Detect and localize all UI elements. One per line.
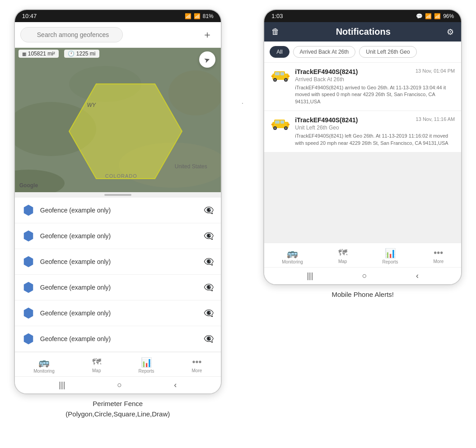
right-recent-apps-icon[interactable]: ||| — [307, 271, 313, 281]
map-label-us: United States — [175, 163, 207, 170]
google-logo: Google — [19, 182, 38, 189]
right-nav-more[interactable]: ••• More — [429, 247, 447, 265]
right-status-bar: 1:03 💬 📶 📶 96% — [264, 10, 461, 22]
svg-rect-20 — [271, 75, 274, 77]
geofence-name-3: Geofence (example only) — [40, 284, 198, 291]
right-more-icon: ••• — [434, 248, 443, 258]
nav-map[interactable]: 🗺 Map — [89, 356, 105, 374]
right-nav-map[interactable]: 🗺 Map — [335, 247, 351, 265]
nav-reports[interactable]: 📊 Reports — [135, 356, 158, 374]
notification-item-1[interactable]: iTrackEF4940S(8241) 13 Nov, 01:04 PM Arr… — [264, 63, 461, 111]
visibility-icon-2[interactable]: 👁‍🗨 — [204, 257, 214, 267]
car-icon-2 — [271, 116, 290, 131]
visibility-icon-1[interactable]: 👁‍🗨 — [204, 231, 214, 241]
map-stat-area: ▦ 105821 mi² — [19, 50, 59, 58]
notif-top-2: iTrackEF4940S(8241) 13 Nov, 11:16 AM — [295, 116, 455, 124]
right-map-label: Map — [338, 259, 347, 264]
left-phone: 10:47 📶 📶 81% 🔍 ＋ — [14, 9, 222, 394]
clock-icon: 🕐 — [68, 51, 75, 57]
geofence-icon-3 — [22, 281, 35, 294]
add-geofence-button[interactable]: ＋ — [199, 27, 215, 43]
left-status-bar: 10:47 📶 📶 81% — [15, 10, 221, 22]
right-caption: Mobile Phone Alerts! — [331, 290, 394, 300]
right-nav-reports[interactable]: 📊 Reports — [379, 247, 402, 265]
right-time: 1:03 — [271, 13, 283, 19]
notif-time-2: 13 Nov, 11:16 AM — [416, 116, 455, 122]
notification-list: iTrackEF4940S(8241) 13 Nov, 01:04 PM Arr… — [264, 63, 461, 243]
geofence-item-4[interactable]: Geofence (example only) 👁‍🗨 — [15, 300, 221, 326]
car-icon-1 — [271, 68, 290, 83]
separator: · — [240, 9, 245, 107]
notif-time-1: 13 Nov, 01:04 PM — [415, 68, 455, 74]
notification-item-2[interactable]: iTrackEF4940S(8241) 13 Nov, 11:16 AM Uni… — [264, 111, 461, 152]
notif-device-2: iTrackEF4940S(8241) — [295, 116, 358, 124]
filter-left[interactable]: Unit Left 26th Geo — [359, 46, 416, 58]
right-bottom-nav: 🚌 Monitoring 🗺 Map 📊 Reports ••• More — [264, 243, 461, 267]
svg-rect-31 — [287, 124, 289, 125]
back-icon[interactable]: ‹ — [174, 380, 177, 390]
svg-rect-30 — [271, 124, 274, 125]
right-map-icon: 🗺 — [338, 248, 347, 258]
geofence-icon-4 — [22, 307, 35, 319]
delete-button[interactable]: 🗑 — [271, 27, 280, 37]
visibility-icon-0[interactable]: 👁‍🗨 — [204, 205, 214, 215]
right-nav-monitoring[interactable]: 🚌 Monitoring — [278, 247, 307, 265]
svg-marker-6 — [23, 205, 33, 216]
geofence-item-0[interactable]: Geofence (example only) 👁‍🗨 — [15, 198, 221, 223]
geofence-icon-2 — [22, 255, 35, 268]
svg-marker-8 — [23, 256, 33, 267]
svg-rect-25 — [280, 120, 284, 124]
right-home-icon[interactable]: ○ — [362, 271, 367, 281]
geofence-item-1[interactable]: Geofence (example only) 👁‍🗨 — [15, 223, 221, 249]
notifications-title: Notifications — [285, 27, 441, 37]
geofence-icon-0 — [22, 204, 35, 217]
recent-apps-icon[interactable]: ||| — [59, 380, 65, 390]
right-back-icon[interactable]: ‹ — [416, 271, 419, 281]
visibility-icon-3[interactable]: 👁‍🗨 — [204, 282, 214, 292]
more-icon: ••• — [192, 357, 201, 367]
filter-all[interactable]: All — [270, 46, 289, 58]
svg-point-17 — [274, 79, 276, 81]
home-icon[interactable]: ○ — [117, 380, 122, 390]
filter-arrived[interactable]: Arrived Back At 26th — [293, 46, 356, 58]
right-reports-icon: 📊 — [385, 248, 396, 259]
scroll-bar — [104, 194, 131, 196]
geofence-item-3[interactable]: Geofence (example only) 👁‍🗨 — [15, 275, 221, 300]
right-wifi-icon: 📶 — [425, 13, 432, 19]
right-monitoring-icon: 🚌 — [287, 248, 298, 259]
monitoring-icon: 🚌 — [38, 357, 50, 368]
right-reports-label: Reports — [383, 259, 398, 264]
compass-icon: ➤ — [203, 55, 211, 65]
nav-more[interactable]: ••• More — [188, 356, 205, 374]
geofence-name-5: Geofence (example only) — [40, 335, 198, 342]
svg-marker-11 — [23, 333, 33, 344]
map-label-co: COLORADO — [105, 173, 137, 179]
left-bottom-nav: 🚌 Monitoring 🗺 Map 📊 Reports ••• More — [15, 352, 221, 376]
svg-marker-10 — [23, 308, 33, 319]
geofence-name-1: Geofence (example only) — [40, 232, 198, 240]
geofence-search-input[interactable] — [20, 27, 123, 42]
right-gesture-bar: ||| ○ ‹ — [264, 267, 461, 284]
geofence-icon-1 — [22, 230, 35, 242]
settings-button[interactable]: ⚙ — [447, 27, 454, 37]
area-pattern-icon: ▦ — [22, 51, 26, 56]
notif-content-2: iTrackEF4940S(8241) 13 Nov, 11:16 AM Uni… — [295, 116, 455, 147]
visibility-icon-5[interactable]: 👁‍🗨 — [204, 334, 214, 344]
right-more-label: More — [433, 259, 443, 264]
geofence-item-2[interactable]: Geofence (example only) 👁‍🗨 — [15, 249, 221, 275]
empty-area — [264, 152, 461, 243]
notif-device-1: iTrackEF4940S(8241) — [295, 68, 358, 75]
signal-icon: 📶 — [194, 13, 201, 19]
chat-icon: 💬 — [416, 13, 423, 19]
geofence-item-5[interactable]: Geofence (example only) 👁‍🗨 — [15, 326, 221, 352]
map-terrain-svg — [15, 48, 221, 192]
map-label: Map — [92, 368, 101, 373]
geofence-icon-5 — [22, 333, 35, 345]
left-gesture-bar: ||| ○ ‹ — [15, 376, 221, 393]
nav-monitoring[interactable]: 🚌 Monitoring — [30, 356, 58, 374]
compass-button[interactable]: ➤ — [199, 51, 215, 68]
battery-left: 81% — [203, 13, 214, 19]
notif-event-1: Arrived Back At 26th — [295, 76, 455, 83]
map-stat-distance: 🕐 1225 mi — [64, 50, 99, 58]
visibility-icon-4[interactable]: 👁‍🗨 — [204, 308, 214, 318]
